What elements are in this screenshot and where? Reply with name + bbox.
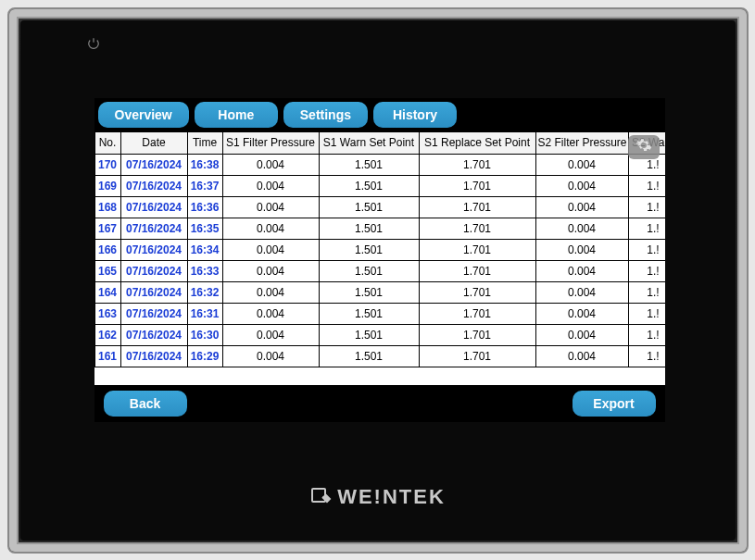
cell-no: 167	[94, 218, 120, 239]
cell-s1wsp: 1.501	[319, 260, 419, 281]
cell-date: 07/16/2024	[120, 345, 187, 367]
cell-s2fp: 0.004	[535, 281, 628, 303]
cell-s1rsp: 1.701	[419, 281, 535, 303]
brand-logo: WE!NTEK	[20, 485, 736, 509]
back-button[interactable]: Back	[104, 391, 187, 417]
cell-s2w: 1.!	[628, 345, 665, 367]
cell-s1wsp: 1.501	[319, 154, 419, 175]
cell-date: 07/16/2024	[120, 303, 187, 324]
col-s2fp[interactable]: S2 Filter Pressure	[535, 131, 628, 154]
cell-s2w: 1.!	[628, 218, 665, 239]
power-icon[interactable]	[87, 37, 100, 50]
cell-s1rsp: 1.701	[419, 324, 535, 345]
cell-s1fp: 0.004	[222, 218, 319, 239]
cell-s1wsp: 1.501	[319, 281, 419, 303]
col-s1wsp[interactable]: S1 Warn Set Point	[319, 131, 419, 154]
cell-no: 168	[94, 196, 120, 218]
col-s1fp[interactable]: S1 Filter Pressure	[222, 131, 319, 154]
cell-s1wsp: 1.501	[319, 196, 419, 218]
cell-no: 163	[94, 303, 120, 324]
cell-s1rsp: 1.701	[419, 260, 535, 281]
cell-s1rsp: 1.701	[419, 218, 535, 239]
cell-time: 16:35	[187, 218, 222, 239]
cell-s2w: 1.!	[628, 260, 665, 281]
cell-time: 16:34	[187, 239, 222, 260]
cell-date: 07/16/2024	[120, 324, 187, 345]
cell-no: 164	[94, 281, 120, 303]
cell-s2fp: 0.004	[535, 196, 628, 218]
cell-no: 161	[94, 345, 120, 367]
cell-time: 16:36	[187, 196, 222, 218]
cell-s2fp: 0.004	[535, 218, 628, 239]
cell-date: 07/16/2024	[120, 281, 187, 303]
cell-date: 07/16/2024	[120, 239, 187, 260]
cell-s1fp: 0.004	[222, 260, 319, 281]
cell-s1fp: 0.004	[222, 175, 319, 196]
cell-s1wsp: 1.501	[319, 303, 419, 324]
bottom-nav: Back Export	[94, 385, 665, 422]
cell-no: 165	[94, 260, 120, 281]
col-no[interactable]: No.	[94, 131, 120, 154]
cell-s1fp: 0.004	[222, 196, 319, 218]
col-date[interactable]: Date	[120, 131, 187, 154]
table-row[interactable]: 16507/16/202416:330.0041.5011.7010.0041.…	[94, 260, 665, 281]
cell-s1rsp: 1.701	[419, 154, 535, 175]
cell-s1rsp: 1.701	[419, 239, 535, 260]
cell-date: 07/16/2024	[120, 218, 187, 239]
table-row[interactable]: 16707/16/202416:350.0041.5011.7010.0041.…	[94, 218, 665, 239]
cell-s1rsp: 1.701	[419, 303, 535, 324]
device-bezel: Overview Home Settings History No. Date	[20, 20, 736, 541]
cell-time: 16:33	[187, 260, 222, 281]
cell-date: 07/16/2024	[120, 175, 187, 196]
data-table: No. Date Time S1 Filter Pressure S1 Warn…	[94, 131, 665, 367]
cell-s2fp: 0.004	[535, 239, 628, 260]
table-row[interactable]: 17007/16/202416:380.0041.5011.7010.0041.…	[94, 154, 665, 175]
table-header-row: No. Date Time S1 Filter Pressure S1 Warn…	[94, 131, 665, 154]
hmi-screen: Overview Home Settings History No. Date	[94, 98, 665, 422]
cell-s1wsp: 1.501	[319, 345, 419, 367]
table-row[interactable]: 16407/16/202416:320.0041.5011.7010.0041.…	[94, 281, 665, 303]
cell-s2fp: 0.004	[535, 154, 628, 175]
cell-s1fp: 0.004	[222, 239, 319, 260]
table-row[interactable]: 16807/16/202416:360.0041.5011.7010.0041.…	[94, 196, 665, 218]
cell-s2w: 1.!	[628, 239, 665, 260]
cell-s2w: 1.!	[628, 281, 665, 303]
cell-time: 16:38	[187, 154, 222, 175]
data-table-wrap[interactable]: No. Date Time S1 Filter Pressure S1 Warn…	[94, 131, 665, 385]
cell-time: 16:30	[187, 324, 222, 345]
cell-s1rsp: 1.701	[419, 175, 535, 196]
cell-s1fp: 0.004	[222, 345, 319, 367]
table-settings-button[interactable]	[628, 135, 660, 159]
cell-time: 16:32	[187, 281, 222, 303]
cell-s2w: 1.!	[628, 175, 665, 196]
cell-time: 16:31	[187, 303, 222, 324]
cell-date: 07/16/2024	[120, 196, 187, 218]
table-row[interactable]: 16107/16/202416:290.0041.5011.7010.0041.…	[94, 345, 665, 367]
col-time[interactable]: Time	[187, 131, 222, 154]
top-nav: Overview Home Settings History	[94, 98, 665, 131]
cell-s1fp: 0.004	[222, 154, 319, 175]
brand-text: WE!NTEK	[337, 485, 446, 509]
cell-s2w: 1.!	[628, 324, 665, 345]
table-row[interactable]: 16207/16/202416:300.0041.5011.7010.0041.…	[94, 324, 665, 345]
col-s1rsp[interactable]: S1 Replace Set Point	[419, 131, 535, 154]
cell-s1wsp: 1.501	[319, 218, 419, 239]
table-row[interactable]: 16907/16/202416:370.0041.5011.7010.0041.…	[94, 175, 665, 196]
cell-no: 166	[94, 239, 120, 260]
brand-icon	[309, 486, 332, 508]
overview-button[interactable]: Overview	[98, 102, 189, 128]
gear-icon	[635, 137, 652, 157]
cell-no: 169	[94, 175, 120, 196]
cell-s2fp: 0.004	[535, 260, 628, 281]
cell-s2fp: 0.004	[535, 303, 628, 324]
cell-s1fp: 0.004	[222, 303, 319, 324]
settings-button[interactable]: Settings	[283, 102, 368, 128]
table-row[interactable]: 16607/16/202416:340.0041.5011.7010.0041.…	[94, 239, 665, 260]
cell-date: 07/16/2024	[120, 154, 187, 175]
cell-time: 16:37	[187, 175, 222, 196]
cell-time: 16:29	[187, 345, 222, 367]
history-button[interactable]: History	[373, 102, 457, 128]
table-row[interactable]: 16307/16/202416:310.0041.5011.7010.0041.…	[94, 303, 665, 324]
home-button[interactable]: Home	[195, 102, 278, 128]
export-button[interactable]: Export	[573, 391, 656, 417]
